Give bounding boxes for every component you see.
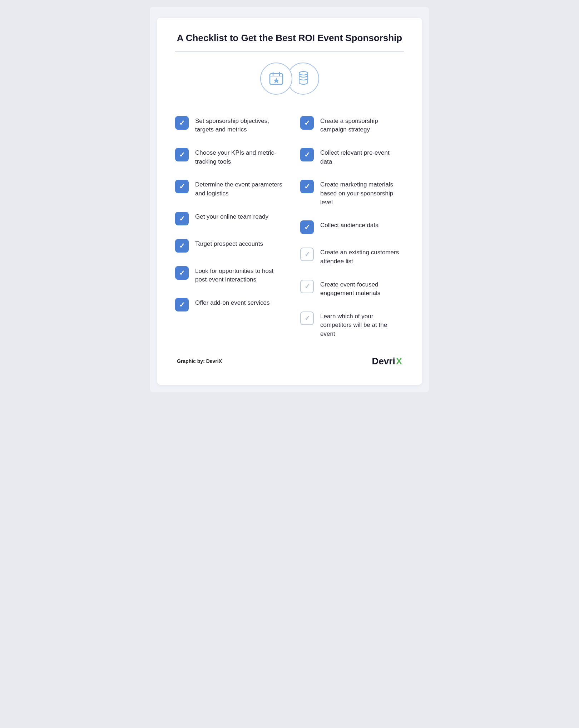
header-icons <box>175 63 404 95</box>
list-item: Create marketing materials based on your… <box>290 173 404 213</box>
list-item: Create a sponsorship campaign strategy <box>290 109 404 141</box>
list-item: Offer add-on event services <box>175 291 290 318</box>
checklist-grid: Set sponsorship objectives, targets and … <box>175 109 404 345</box>
checkbox-outline[interactable] <box>300 248 314 261</box>
title-divider <box>175 51 404 52</box>
item-text: Collect audience data <box>320 220 379 230</box>
list-item: Determine the event parameters and logis… <box>175 173 290 204</box>
item-text: Learn which of your competitors will be … <box>320 311 400 339</box>
checkbox-filled[interactable] <box>175 239 189 253</box>
checkbox-filled[interactable] <box>300 148 314 161</box>
checkbox-filled[interactable] <box>175 266 189 280</box>
item-text: Create an existing customers attendee li… <box>320 247 400 266</box>
list-item: Create event-focused engagement material… <box>290 273 404 304</box>
list-item: Learn which of your competitors will be … <box>290 304 404 345</box>
item-text: Look for opportunities to host post-even… <box>195 265 285 284</box>
svg-rect-1 <box>270 76 283 77</box>
checkbox-filled[interactable] <box>175 212 189 225</box>
main-card: A Checklist to Get the Best ROI Event Sp… <box>157 18 422 385</box>
item-text: Create a sponsorship campaign strategy <box>320 115 400 134</box>
credit-label: Graphic by: <box>177 358 205 364</box>
list-item: Choose your KPIs and metric-tracking too… <box>175 141 290 173</box>
checkbox-filled[interactable] <box>175 180 189 193</box>
checkbox-filled[interactable] <box>300 116 314 130</box>
checkbox-filled[interactable] <box>175 116 189 130</box>
item-text: Get your online team ready <box>195 211 268 221</box>
item-text: Create event-focused engagement material… <box>320 279 400 298</box>
logo-x: X <box>396 356 402 367</box>
page-title: A Checklist to Get the Best ROI Event Sp… <box>175 32 404 44</box>
item-text: Determine the event parameters and logis… <box>195 179 285 198</box>
devrix-logo: DevriX <box>372 356 402 367</box>
item-text: Choose your KPIs and metric-tracking too… <box>195 147 285 166</box>
item-text: Collect relevant pre-event data <box>320 147 400 166</box>
list-item: Collect audience data <box>290 213 404 240</box>
checkbox-outline[interactable] <box>300 280 314 293</box>
list-item: Look for opportunities to host post-even… <box>175 259 290 291</box>
logo-text: Devri <box>372 356 395 367</box>
list-item: Target prospect accounts <box>175 232 290 259</box>
item-text: Offer add-on event services <box>195 297 270 308</box>
item-text: Target prospect accounts <box>195 238 263 249</box>
item-text: Create marketing materials based on your… <box>320 179 400 207</box>
list-item: Get your online team ready <box>175 205 290 232</box>
item-text: Set sponsorship objectives, targets and … <box>195 115 285 134</box>
svg-marker-4 <box>273 78 279 83</box>
credit-brand: DevriX <box>206 358 222 364</box>
footer-credit: Graphic by: DevriX <box>177 358 222 364</box>
list-item: Collect relevant pre-event data <box>290 141 404 173</box>
checkbox-outline[interactable] <box>300 311 314 325</box>
footer: Graphic by: DevriX DevriX <box>175 356 404 367</box>
page-wrapper: A Checklist to Get the Best ROI Event Sp… <box>150 7 429 392</box>
list-item: Set sponsorship objectives, targets and … <box>175 109 290 141</box>
checkbox-filled[interactable] <box>300 220 314 234</box>
right-column: Create a sponsorship campaign strategy C… <box>290 109 404 345</box>
list-item: Create an existing customers attendee li… <box>290 240 404 272</box>
calendar-icon-circle <box>260 63 292 95</box>
checkbox-filled[interactable] <box>175 298 189 311</box>
left-column: Set sponsorship objectives, targets and … <box>175 109 290 345</box>
checkbox-filled[interactable] <box>175 148 189 161</box>
checkbox-filled[interactable] <box>300 180 314 193</box>
